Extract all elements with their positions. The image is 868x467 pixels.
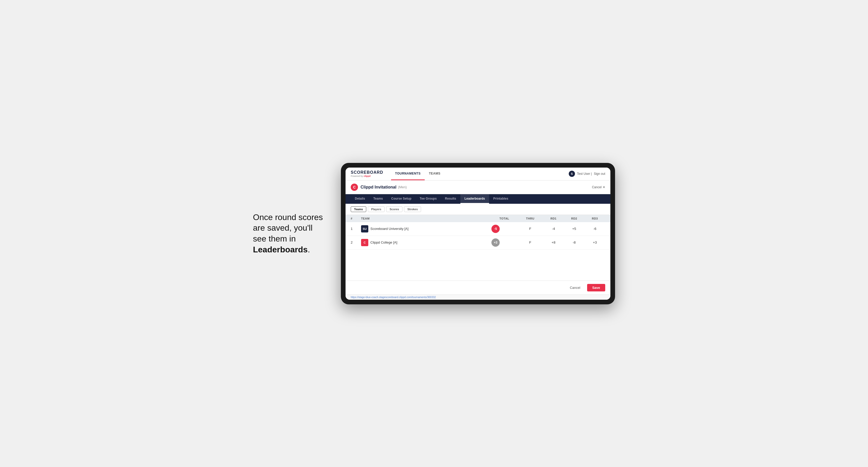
sign-out-link[interactable]: Sign out	[594, 172, 605, 176]
rd1-2: +8	[543, 241, 564, 244]
thru-1: F	[517, 227, 543, 231]
col-team: TEAM	[361, 217, 491, 220]
sidebar-text: Once round scores are saved, you'll see …	[253, 212, 326, 255]
team-cell-2: C Clippd College [A]	[361, 239, 491, 246]
team-name-2: Clippd College [A]	[370, 241, 397, 244]
rd1-1: -4	[543, 227, 564, 231]
tab-course-setup[interactable]: Course Setup	[387, 194, 416, 204]
tournament-header: C Clippd Invitational (Men) Cancel ✕	[345, 181, 610, 194]
team-cell-1: SU Scoreboard University [A]	[361, 225, 491, 232]
tab-details[interactable]: Details	[351, 194, 369, 204]
tournament-icon: C	[351, 184, 358, 191]
user-name: Test User |	[577, 172, 592, 176]
tournament-name: Clippd Invitational	[361, 185, 397, 190]
table-row: 2 C Clippd College [A] +3 F +8 -8 +3	[345, 236, 610, 250]
sub-tab-teams[interactable]: Teams	[351, 206, 366, 212]
team-logo-2: C	[361, 239, 368, 246]
total-badge-2: +3	[491, 239, 517, 247]
rd2-2: -8	[564, 241, 585, 244]
col-total: TOTAL	[491, 217, 517, 220]
cancel-button[interactable]: Cancel ✕	[592, 185, 605, 189]
save-button[interactable]: Save	[587, 284, 605, 291]
sub-tabs: Teams Players Scores Strokes	[345, 204, 610, 215]
status-bar: https://stage-blue-coach.stagescoreboard…	[345, 294, 610, 300]
tournament-subtitle: (Men)	[398, 185, 407, 189]
logo-area: SCOREBOARD Powered by clippd	[351, 170, 383, 177]
team-logo-1: SU	[361, 225, 368, 232]
sub-tab-strokes[interactable]: Strokes	[404, 206, 421, 212]
tab-teams[interactable]: Teams	[369, 194, 387, 204]
page-wrapper: Once round scores are saved, you'll see …	[253, 163, 615, 304]
leaderboard-table: # TEAM TOTAL THRU RD1 RD2 RD3 1 SU Score…	[345, 215, 610, 250]
table-header: # TEAM TOTAL THRU RD1 RD2 RD3	[345, 215, 610, 222]
nav-links: TOURNAMENTS TEAMS	[391, 167, 444, 180]
score-badge-1: -5	[491, 225, 500, 233]
total-badge-1: -5	[491, 225, 517, 233]
rank-1: 1	[351, 227, 361, 231]
tab-tee-groups[interactable]: Tee Groups	[416, 194, 441, 204]
rd2-1: +5	[564, 227, 585, 231]
logo-text: SCOREBOARD	[351, 170, 383, 175]
tablet-device: SCOREBOARD Powered by clippd TOURNAMENTS…	[341, 163, 615, 304]
cancel-button[interactable]: Cancel	[566, 284, 584, 291]
tab-results[interactable]: Results	[441, 194, 460, 204]
score-badge-2: +3	[491, 239, 500, 247]
page-footer: Cancel Save	[345, 281, 610, 294]
col-rd1: RD1	[543, 217, 564, 220]
close-icon: ✕	[602, 185, 605, 189]
sub-tab-scores[interactable]: Scores	[386, 206, 402, 212]
tab-printables[interactable]: Printables	[489, 194, 513, 204]
powered-by-text: Powered by clippd	[351, 175, 383, 177]
sub-tab-players[interactable]: Players	[368, 206, 384, 212]
rd3-2: +3	[585, 241, 605, 244]
rd3-1: -6	[585, 227, 605, 231]
rank-2: 2	[351, 241, 361, 244]
nav-tournaments[interactable]: TOURNAMENTS	[391, 167, 425, 180]
tablet-screen: SCOREBOARD Powered by clippd TOURNAMENTS…	[345, 167, 610, 300]
col-rank: #	[351, 217, 361, 220]
nav-teams[interactable]: TEAMS	[425, 167, 444, 180]
avatar: S	[569, 171, 575, 177]
nav-right: S Test User | Sign out	[569, 171, 605, 177]
col-rd2: RD2	[564, 217, 585, 220]
tabs-bar: Details Teams Course Setup Tee Groups Re…	[345, 194, 610, 204]
table-row: 1 SU Scoreboard University [A] -5 F -4 +…	[345, 222, 610, 236]
tab-leaderboards[interactable]: Leaderboards	[460, 194, 489, 204]
top-navigation: SCOREBOARD Powered by clippd TOURNAMENTS…	[345, 167, 610, 181]
col-thru: THRU	[517, 217, 543, 220]
url-text: https://stage-blue-coach.stagescoreboard…	[351, 296, 436, 299]
thru-2: F	[517, 241, 543, 244]
team-name-1: Scoreboard University [A]	[370, 227, 408, 231]
col-rd3: RD3	[585, 217, 605, 220]
